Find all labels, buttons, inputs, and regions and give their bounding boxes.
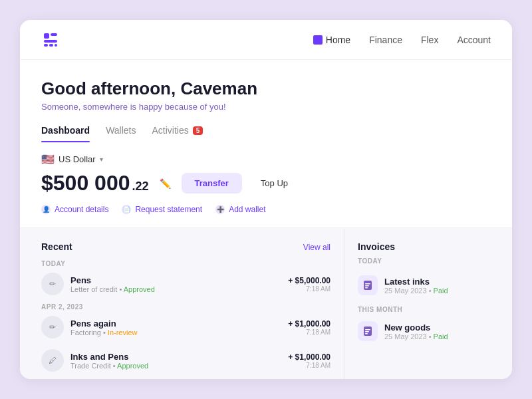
invoices-title: Invoices xyxy=(358,241,491,252)
tx-info: Pens Letter of credit • Approved xyxy=(70,275,281,293)
tx-amount-time: + $1,000.00 7:18 AM xyxy=(288,352,331,369)
chevron-down-icon: ▾ xyxy=(100,156,103,163)
flag-icon: 🇺🇸 xyxy=(41,153,55,166)
account-details-action[interactable]: 👤 Account details xyxy=(41,205,108,214)
recent-section: Recent View all TODAY ✏ Pens Letter of c… xyxy=(41,228,344,379)
request-statement-action[interactable]: 📄 Request statement xyxy=(122,205,202,214)
table-row: 🖊 Inks and Pens Trade Credit • Approved … xyxy=(41,344,331,377)
currency-name: US Dollar xyxy=(59,154,96,164)
nav-account[interactable]: Account xyxy=(457,35,491,45)
tx-amount-time: + $1,000.00 7:18 AM xyxy=(288,319,331,336)
invoice-sub: 25 May 2023 • Paid xyxy=(384,332,448,340)
svg-rect-8 xyxy=(365,285,369,287)
tx-sub: Letter of credit • Approved xyxy=(70,285,281,293)
svg-rect-0 xyxy=(44,33,49,39)
tx-sub: Trade Credit • Approved xyxy=(70,362,281,370)
content: Good afternoon, Caveman Someone, somewhe… xyxy=(20,60,512,379)
svg-rect-2 xyxy=(44,40,57,43)
header-section: Good afternoon, Caveman Someone, somewhe… xyxy=(20,60,512,142)
tabs: Dashboard Wallets Activities 5 xyxy=(41,125,491,142)
greeting-subtitle: Someone, somewhere is happy because of y… xyxy=(41,102,491,112)
tx-amount-time: + $5,000.00 7:18 AM xyxy=(288,276,331,293)
invoice-info: New goods 25 May 2023 • Paid xyxy=(384,323,448,340)
tx-icon-pens: ✏ xyxy=(41,273,64,295)
svg-rect-7 xyxy=(365,283,370,285)
recent-title: Recent xyxy=(41,241,331,252)
svg-rect-1 xyxy=(51,33,57,36)
invoices-section: Invoices TODAY Latest inks xyxy=(344,228,491,379)
nav-finance[interactable]: Finance xyxy=(369,35,402,45)
table-row: ✏ Pens Letter of credit • Approved + $5,… xyxy=(41,267,331,301)
balance-amount: $500 000.22 xyxy=(41,171,149,196)
nav-home[interactable]: Home xyxy=(313,35,350,45)
svg-rect-13 xyxy=(365,333,368,334)
svg-rect-4 xyxy=(49,44,53,47)
table-row: ✏ Pens again Factoring • In-review + $1,… xyxy=(41,311,331,344)
svg-rect-12 xyxy=(365,331,369,332)
invoices-today-label: TODAY xyxy=(358,257,491,265)
main-card: Home Finance Flex Account Good afternoon… xyxy=(20,20,512,379)
transfer-button[interactable]: Transfer xyxy=(182,173,242,194)
tab-activities[interactable]: Activities 5 xyxy=(152,125,203,142)
svg-rect-9 xyxy=(365,287,368,289)
home-icon xyxy=(313,35,323,45)
invoice-info: Latest inks 25 May 2023 • Paid xyxy=(384,277,448,295)
tx-icon-pens-again: ✏ xyxy=(41,316,64,338)
topup-button[interactable]: Top Up xyxy=(253,173,296,194)
tx-icon-inks: 🖊 xyxy=(41,349,64,372)
list-item: New goods 25 May 2023 • Paid xyxy=(358,316,491,346)
tx-info: Inks and Pens Trade Credit • Approved xyxy=(70,352,281,370)
view-all-link[interactable]: View all xyxy=(303,243,331,252)
account-details-icon: 👤 xyxy=(41,205,51,214)
tab-dashboard[interactable]: Dashboard xyxy=(41,125,90,142)
invoice-sub: 25 May 2023 • Paid xyxy=(384,287,448,295)
tab-wallets[interactable]: Wallets xyxy=(106,125,136,142)
quick-actions: 👤 Account details 📄 Request statement ➕ … xyxy=(41,205,491,214)
logo xyxy=(41,31,60,49)
lower-grid: Recent View all TODAY ✏ Pens Letter of c… xyxy=(20,228,512,379)
add-wallet-icon: ➕ xyxy=(215,205,225,214)
balance-row: $500 000.22 ✏️ Transfer Top Up xyxy=(41,171,491,196)
edit-icon[interactable]: ✏️ xyxy=(160,178,171,189)
tx-sub: Factoring • In-review xyxy=(70,329,281,336)
invoice-icon xyxy=(358,275,378,295)
navbar: Home Finance Flex Account xyxy=(20,20,512,60)
svg-rect-11 xyxy=(365,329,370,331)
request-statement-icon: 📄 xyxy=(122,205,131,214)
add-wallet-action[interactable]: ➕ Add wallet xyxy=(215,205,265,214)
balance-section: 🇺🇸 US Dollar ▾ $500 000.22 ✏️ Transfer T… xyxy=(20,142,512,228)
nav-links: Home Finance Flex Account xyxy=(313,35,491,45)
tx-info: Pens again Factoring • In-review xyxy=(70,319,281,336)
currency-selector[interactable]: 🇺🇸 US Dollar ▾ xyxy=(41,153,491,166)
nav-flex[interactable]: Flex xyxy=(421,35,438,45)
svg-rect-3 xyxy=(44,44,48,47)
today-label: TODAY xyxy=(41,257,331,267)
greeting-title: Good afternoon, Caveman xyxy=(41,78,491,99)
apr-label: APR 2, 2023 xyxy=(41,301,331,311)
list-item: Latest inks 25 May 2023 • Paid xyxy=(358,270,491,301)
invoice-icon xyxy=(358,321,378,341)
svg-rect-5 xyxy=(55,44,57,47)
this-month-label: THIS MONTH xyxy=(358,301,491,316)
activities-badge: 5 xyxy=(193,126,203,135)
